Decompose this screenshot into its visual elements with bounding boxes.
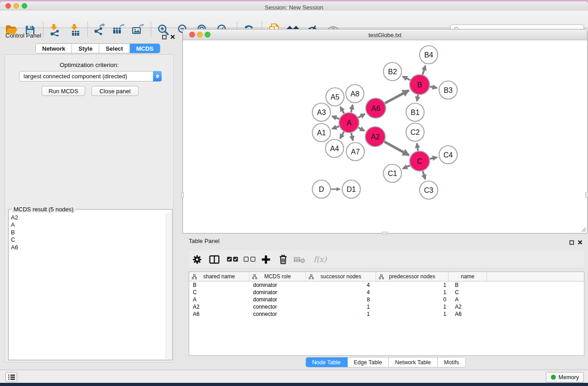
table-cell: 1 [376,303,449,310]
graph-node-label: D1 [347,186,356,193]
network-window-title: testGlobe.txt [183,32,587,38]
graph-node-label: B4 [424,51,433,59]
deselect-all-icon[interactable] [242,252,257,267]
export-table-icon[interactable] [111,23,126,37]
resize-grip-icon[interactable] [581,227,586,232]
table-row[interactable]: Adominator80A [189,296,584,303]
delete-table-icon[interactable] [292,252,307,267]
graph-edge-C-C4[interactable] [430,157,437,159]
graph-edge-A-A2[interactable] [358,128,364,131]
table-cell: 8 [306,296,376,303]
delete-column-icon[interactable] [276,252,290,267]
import-table-icon[interactable] [67,23,83,37]
result-item: A2 [11,214,166,221]
graph-edge-A-A4[interactable] [340,132,344,138]
criterion-select[interactable]: largest connected component (directed) [19,71,162,81]
close-panel-icon[interactable] [170,33,175,41]
toolbar-divider [87,22,88,37]
add-column-icon[interactable] [258,252,273,267]
network-window-titlebar[interactable]: testGlobe.txt [183,29,587,40]
table-row[interactable]: A6connector11A6 [189,310,584,318]
table-row[interactable]: Cdominator41C [189,289,584,296]
tab-style[interactable]: Style [72,44,99,53]
memory-status-icon [551,375,556,380]
graph-edge-A-A6[interactable] [358,114,365,118]
frame-resize-handle[interactable] [382,232,387,234]
graph-edge-A2-C[interactable] [384,142,409,155]
graph-edge-B-B1[interactable] [417,95,418,101]
tab-node-table[interactable]: Node Table [306,357,348,367]
graph-edge-A6-B[interactable] [385,91,409,103]
column-header-mcds-role[interactable]: MCDS role [249,272,306,281]
import-network-icon[interactable] [47,23,62,37]
column-header-name[interactable]: name [449,272,487,281]
graph-edge-C-C3[interactable] [423,171,425,179]
column-header-shared-name[interactable]: shared name [189,272,249,281]
status-bar [0,370,588,383]
graph-edge-C-C1[interactable] [403,165,410,168]
list-icon [8,374,15,380]
close-panel-button[interactable]: Close panel [91,86,139,96]
mcds-result-box: A2ABCA6 [8,209,172,360]
table-row[interactable]: Bdominator41B [189,281,584,289]
select-stepper-icon [153,71,162,81]
desktop: Session: New Session [0,0,588,386]
tab-network-table[interactable]: Network Table [389,357,438,367]
table-row[interactable]: A2connector11A2 [189,303,584,310]
result-item: C [11,236,166,243]
task-history-button[interactable] [5,372,17,382]
graph-node-label: B [417,81,422,89]
mcds-result-title: MCDS result (5 nodes) [12,206,75,213]
tab-edge-table[interactable]: Edge Table [348,357,389,367]
graph-edge-A-A5[interactable] [340,107,344,114]
table-cell: B [449,281,487,289]
table-cell: A6 [189,310,249,318]
table-panel-tabs: Node TableEdge TableNetwork TableMotifs [306,357,466,367]
table-cell: A6 [449,310,487,318]
column-header-predecessor-nodes[interactable]: predecessor nodes [376,272,449,281]
window-title: Session: New Session [0,4,588,11]
graph-edge-A-A1[interactable] [332,126,339,129]
memory-button[interactable]: Memory [546,372,584,382]
tab-mcds[interactable]: MCDS [130,44,160,53]
column-header-successor-nodes[interactable]: successor nodes [306,272,376,281]
result-item: A6 [11,244,166,251]
graph-node-label: C2 [411,129,420,136]
graph-edge-A-A8[interactable] [351,105,353,112]
close-table-panel-icon[interactable] [578,238,583,247]
table-cell: dominator [249,281,306,289]
tab-motifs[interactable]: Motifs [438,357,465,367]
show-columns-icon[interactable] [207,252,221,267]
tab-select[interactable]: Select [99,44,129,53]
run-mcds-button[interactable]: Run MCDS [42,86,85,96]
graph-node-label: A2 [371,133,380,141]
graph-edge-B-B4[interactable] [423,66,425,75]
graph-edge-A-A3[interactable] [332,116,339,119]
export-network-icon[interactable] [91,23,107,37]
result-scrollbar[interactable] [166,213,172,359]
window-titlebar[interactable]: Session: New Session [0,1,588,10]
settings-gear-icon[interactable] [190,252,204,267]
table-cell: 4 [306,281,376,289]
toolbar-divider [43,22,43,37]
mcds-result-list[interactable]: A2ABCA6 [9,213,166,359]
frame-resize-handle[interactable] [585,192,588,198]
table-cell: 1 [376,310,449,318]
graph-edge-A-A7[interactable] [351,133,353,140]
select-all-icon[interactable] [225,252,239,267]
float-table-panel-icon[interactable] [569,238,574,247]
table-cell: C [449,289,487,296]
table-cell: connector [249,310,306,318]
graph-edge-B-B2[interactable] [403,76,411,80]
tab-network[interactable]: Network [36,44,72,53]
table-body: Bdominator41BCdominator41CAdominator80AA… [189,281,584,318]
control-panel-title: Control Panel [5,32,41,39]
function-builder-icon[interactable]: f(x) [311,252,330,267]
control-panel-tabs: NetworkStyleSelectMCDS [35,43,160,53]
graph-edge-B-B3[interactable] [430,86,437,88]
frame-resize-handle[interactable] [181,192,184,198]
float-panel-icon[interactable] [162,33,167,41]
graph-edge-C-C2[interactable] [417,143,418,151]
export-image-icon[interactable] [130,23,146,37]
network-canvas[interactable]: B4B2BB3A8A5A6A3B1AA1C2A2A4A7C4CC1C3DD1 [183,40,587,233]
